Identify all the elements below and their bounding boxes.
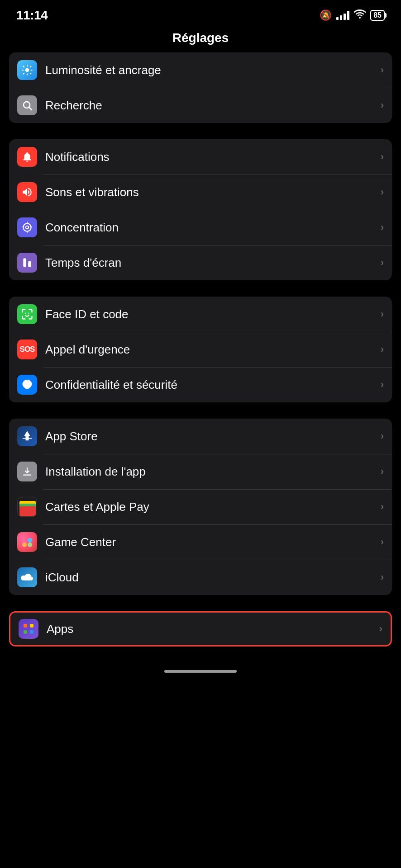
privacy-label: Confidentialité et sécurité [45,378,381,392]
home-indicator-bar [164,670,237,673]
concentration-label: Concentration [45,221,381,235]
temps-ecran-label: Temps d'écran [45,256,381,270]
apps-label: Apps [47,622,379,636]
top-settings-group: Luminosité et ancrage › Recherche › [9,52,392,123]
concentration-icon [17,217,37,237]
group1: Notifications › Sons et vibrations › Con… [9,139,392,280]
wallet-label: Cartes et Apple Pay [45,500,381,514]
recherche-item[interactable]: Recherche › [9,88,392,123]
icloud-icon [17,567,37,587]
gamecenter-icon [17,532,37,552]
appstore-chevron: › [381,430,384,442]
luminosite-item[interactable]: Luminosité et ancrage › [9,52,392,88]
svg-line-2 [29,108,32,110]
status-time: 11:14 [16,8,48,23]
concentration-chevron: › [381,222,384,233]
page-title: Réglages [0,27,401,52]
icloud-chevron: › [381,571,384,583]
svg-point-6 [28,538,32,542]
wallet-icon [17,497,37,517]
temps-ecran-icon [17,253,37,273]
sons-label: Sons et vibrations [45,185,381,199]
concentration-item[interactable]: Concentration › [9,210,392,245]
sons-icon [17,182,37,202]
status-icons: 🔕 85 [320,9,385,21]
luminosite-chevron: › [381,64,384,76]
gamecenter-label: Game Center [45,535,381,549]
svg-rect-10 [30,624,33,627]
installapp-label: Installation de l'app [45,465,381,479]
sos-label: Appel d'urgence [45,343,381,357]
privacy-item[interactable]: Confidentialité et sécurité › [9,367,392,402]
mute-icon: 🔕 [320,9,332,21]
apps-icon [19,619,38,639]
sos-chevron: › [381,344,384,355]
recherche-label: Recherche [45,99,381,113]
svg-point-8 [22,542,27,547]
wallet-chevron: › [381,501,384,513]
notifications-chevron: › [381,151,384,163]
installapp-item[interactable]: Installation de l'app › [9,454,392,489]
svg-rect-3 [23,258,26,267]
appstore-item[interactable]: App Store › [9,419,392,454]
wifi-icon [354,9,366,21]
luminosite-label: Luminosité et ancrage [45,63,381,77]
privacy-icon [17,375,37,395]
home-indicator [0,663,401,678]
recherche-chevron: › [381,99,384,111]
luminosite-icon [17,60,37,80]
appstore-label: App Store [45,429,381,443]
icloud-label: iCloud [45,571,381,585]
icloud-item[interactable]: iCloud › [9,560,392,595]
faceid-icon [17,304,37,324]
faceid-label: Face ID et code [45,307,381,321]
temps-ecran-chevron: › [381,257,384,269]
sos-icon: SOS [17,340,37,359]
svg-point-0 [25,68,29,72]
installapp-chevron: › [381,466,384,477]
notifications-icon [17,147,37,167]
faceid-item[interactable]: Face ID et code › [9,297,392,332]
appstore-icon [17,426,37,446]
group3: App Store › Installation de l'app › Cart… [9,419,392,595]
sos-item[interactable]: SOS Appel d'urgence › [9,332,392,367]
svg-point-7 [28,542,32,547]
sons-chevron: › [381,186,384,198]
recherche-icon [17,95,37,115]
gamecenter-chevron: › [381,536,384,548]
svg-rect-11 [24,630,27,634]
installapp-icon [17,462,37,481]
battery-icon: 85 [370,10,385,21]
wallet-item[interactable]: Cartes et Apple Pay › [9,489,392,524]
svg-rect-4 [28,261,31,267]
notifications-label: Notifications [45,150,381,164]
faceid-chevron: › [381,308,384,320]
signal-icon [336,11,349,20]
notifications-item[interactable]: Notifications › [9,139,392,175]
sons-item[interactable]: Sons et vibrations › [9,175,392,210]
apps-item[interactable]: Apps › [9,611,392,646]
svg-rect-12 [30,630,33,634]
settings-content: Luminosité et ancrage › Recherche › Noti… [0,52,401,595]
privacy-chevron: › [381,379,384,391]
svg-rect-9 [24,624,27,627]
group2: Face ID et code › SOS Appel d'urgence › … [9,297,392,402]
apps-chevron: › [379,623,382,635]
gamecenter-item[interactable]: Game Center › [9,524,392,560]
status-bar: 11:14 🔕 85 [0,0,401,27]
temps-ecran-item[interactable]: Temps d'écran › [9,245,392,280]
